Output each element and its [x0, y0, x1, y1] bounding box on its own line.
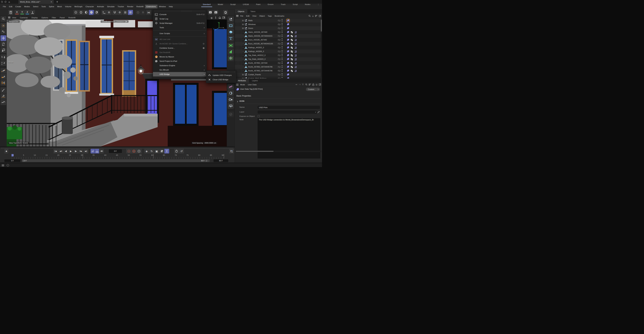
filter-icon[interactable] [315, 15, 317, 17]
preview-range-slider[interactable]: 0 F 90 F [22, 159, 210, 162]
key-parameter-icon[interactable] [159, 149, 164, 153]
layout-tab-groom[interactable]: Groom [267, 3, 274, 6]
visibility-dots-icon[interactable] [282, 31, 282, 33]
play-button[interactable]: ▶ [68, 149, 73, 153]
table-row[interactable]: Windows [235, 23, 322, 26]
table-row[interactable]: Walls [235, 19, 322, 23]
menu-select[interactable]: Select [31, 5, 40, 9]
dolly-zoom-icon[interactable] [214, 16, 217, 19]
rotate-tool-icon[interactable] [0, 41, 6, 47]
menu-mesh[interactable]: Mesh [56, 5, 64, 9]
usd-user-data-tag-icon[interactable] [287, 46, 289, 49]
vp-menu-options[interactable]: Options [42, 17, 48, 19]
previous-frame-button[interactable]: ◀ [64, 149, 68, 153]
phong-tag-icon[interactable] [294, 62, 297, 64]
attr-menu-userdata[interactable]: User Data [248, 84, 256, 86]
spline-rectangle-icon[interactable] [228, 23, 234, 29]
menu-file[interactable]: File [1, 5, 8, 9]
layout-tab-paint[interactable]: Paint [256, 3, 261, 6]
menu-animate[interactable]: Animate [96, 5, 106, 9]
attr-menu-mode[interactable]: Mode [240, 84, 245, 86]
layout-tab-model[interactable]: Model [217, 3, 224, 6]
grid-lock-icon[interactable] [128, 10, 133, 15]
camera-object-icon[interactable] [228, 97, 234, 102]
visibility-dots-icon[interactable] [282, 73, 282, 76]
lock-x-axis-button[interactable]: X [14, 10, 20, 15]
attributes-burger-icon[interactable] [236, 84, 238, 85]
scale-tool-icon[interactable] [0, 47, 6, 53]
range-start-field[interactable]: 0 F [4, 159, 20, 162]
phong-tag-icon[interactable] [294, 39, 297, 41]
texture-tag-icon[interactable] [291, 62, 293, 64]
view-mode-label[interactable]: Perspective [8, 20, 20, 23]
snap-magnet-icon[interactable] [112, 10, 117, 15]
new-tab-icon[interactable] [55, 0, 59, 4]
open-timeline-icon[interactable] [229, 149, 234, 153]
points-mode-icon[interactable] [73, 10, 78, 15]
model-mode-icon[interactable] [89, 10, 94, 15]
layout-tab-uvedit[interactable]: UVEdit [242, 3, 250, 6]
visibility-dots-icon[interactable] [282, 69, 282, 72]
layout-tab-sculpt[interactable]: Sculpt [230, 3, 236, 6]
vp-menu-display[interactable]: Display [31, 17, 38, 19]
menu-edit[interactable]: Edit [8, 5, 14, 9]
phong-tag-icon[interactable] [294, 54, 297, 57]
attributes-hscrollbar[interactable] [236, 151, 321, 152]
usd-user-data-tag-icon[interactable] [287, 23, 289, 26]
object-name[interactable]: Windows [248, 23, 256, 25]
enable-toggle-icon[interactable] [278, 54, 280, 56]
vp-menu-panel[interactable]: Panel [60, 17, 64, 19]
menu-tearoff-handle[interactable] [208, 71, 235, 73]
loop-playback-icon[interactable]: ⇄ [90, 149, 95, 153]
texture-tag-icon[interactable] [291, 50, 293, 53]
redshift-renderview-icon[interactable] [223, 10, 228, 15]
goto-end-button[interactable]: ▶ [84, 149, 88, 153]
forward-arrow-icon[interactable]: → [299, 83, 301, 86]
axis-modify-icon[interactable] [102, 10, 106, 15]
cube-primitive-icon[interactable] [228, 29, 234, 35]
orientation-gizmo[interactable]: Y X Z [213, 21, 225, 31]
tab-layers[interactable]: Layers [249, 78, 261, 83]
subdivision-surface-icon[interactable] [228, 43, 234, 48]
menu-tearoff-handle[interactable] [154, 11, 205, 12]
grid-icon[interactable] [123, 10, 128, 15]
timeline-ticks[interactable] [12, 157, 225, 159]
om-menu-file[interactable]: File [240, 15, 243, 17]
enable-toggle-icon[interactable] [278, 51, 280, 52]
table-row[interactable]: Runs_443185_467440 [235, 38, 322, 42]
object-name[interactable]: Stairs_443156_46744044315 [248, 35, 272, 37]
layer-dropdown[interactable] [258, 110, 317, 114]
chevron-right-icon[interactable] [237, 101, 238, 102]
object-name[interactable]: Runs_443185_467440443185 [248, 43, 273, 45]
enable-toggle-icon[interactable] [278, 70, 280, 72]
object-name[interactable]: Doors [248, 27, 253, 29]
visibility-dots-icon[interactable] [282, 34, 282, 37]
om-menu-bookmarks[interactable]: Bookmarks [275, 15, 284, 17]
menu-item-console[interactable]: Console Shift+F10 [153, 12, 206, 17]
record-active-objects-icon[interactable]: ◆ [126, 149, 131, 153]
table-row[interactable]: Runs_443185_467440443185 [235, 42, 322, 46]
menu-item-script-manager[interactable]: Script Manager Shift+F11 [153, 21, 206, 25]
eyedropper-icon[interactable] [317, 111, 320, 113]
texture-tag-icon[interactable] [291, 39, 293, 41]
spline-smooth-icon[interactable] [0, 99, 6, 105]
lock-icon[interactable] [312, 83, 314, 86]
record-mouse-icon[interactable] [174, 149, 179, 153]
preset-caret-icon[interactable] [316, 88, 320, 91]
visibility-dots-icon[interactable] [282, 42, 282, 45]
enable-toggle-icon[interactable] [278, 24, 280, 25]
status-burger-icon[interactable] [2, 164, 4, 166]
texture-tag-icon[interactable] [291, 31, 293, 33]
object-name[interactable]: Railings_443302_0 [248, 47, 264, 49]
menu-item-update-usd-changes[interactable]: Update USD Changes [206, 73, 236, 77]
phong-tag-icon[interactable] [294, 47, 297, 49]
axis-settings-gear-icon[interactable]: ⚙ [106, 10, 112, 15]
timeline-ruler[interactable]: 051015202530354045505560657075808590 [12, 154, 224, 156]
table-row[interactable]: Roofs_457862_69734445786 [235, 69, 322, 73]
table-row[interactable]: Top_Rails_443312_0 [235, 53, 322, 57]
object-name[interactable]: Roofs_457862_69734445786 [248, 66, 272, 68]
texture-tag-icon[interactable] [291, 54, 293, 57]
volume-builder-icon[interactable] [228, 49, 234, 55]
search-icon[interactable] [308, 15, 311, 17]
pan-hand-icon[interactable] [210, 16, 213, 19]
